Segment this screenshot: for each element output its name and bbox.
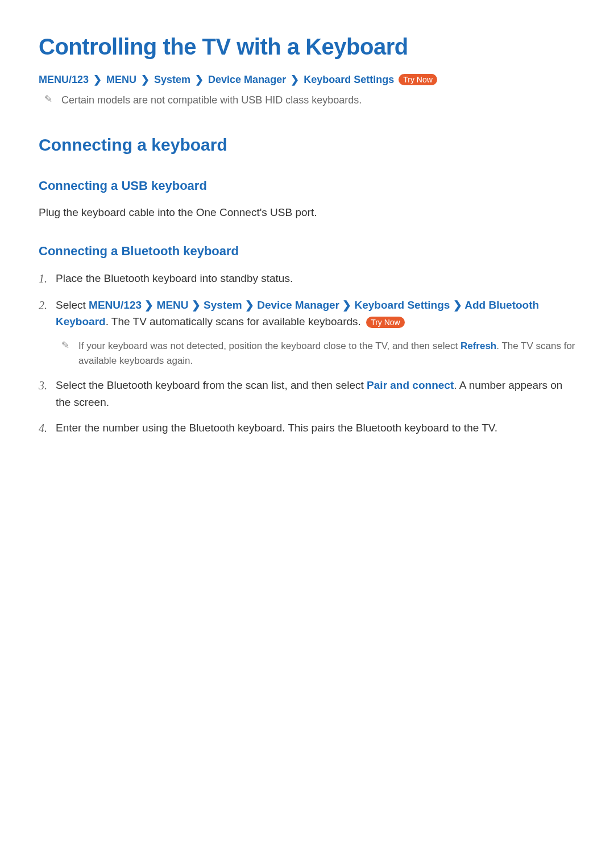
body-text: Plug the keyboard cable into the One Con… [39,205,575,221]
step-text: . The TV automatically scans for availab… [106,315,364,327]
chevron-right-icon: ❯ [291,73,299,86]
note: ✎ If your keyboard was not detected, pos… [61,339,575,368]
sub-heading-usb: Connecting a USB keyboard [39,178,575,193]
chevron-right-icon: ❯ [192,299,204,311]
breadcrumb-item: System [154,74,190,86]
note-text: Certain models are not compatible with U… [61,93,362,108]
breadcrumb-item: Device Manager [257,299,339,311]
pencil-icon: ✎ [44,93,52,106]
breadcrumb-item: MENU [157,299,189,311]
pair-connect-highlight: Pair and connect [367,379,454,391]
note-text-part: If your keyboard was not detected, posit… [78,340,460,351]
breadcrumb-item: MENU/123 [39,74,89,86]
step-text: Select [56,299,89,311]
sub-heading-bluetooth: Connecting a Bluetooth keyboard [39,244,575,259]
step-item: 4. Enter the number using the Bluetooth … [39,420,575,437]
breadcrumb-item: System [204,299,242,311]
section-heading: Connecting a keyboard [39,135,575,155]
chevron-right-icon: ❯ [342,299,354,311]
try-now-button[interactable]: Try Now [399,74,437,85]
chevron-right-icon: ❯ [141,73,150,86]
step-content: Select MENU/123 ❯ MENU ❯ System ❯ Device… [56,297,575,368]
step-content: Place the Bluetooth keyboard into standb… [56,270,575,286]
steps-list: 1. Place the Bluetooth keyboard into sta… [39,270,575,438]
step-number: 2. [39,297,56,314]
note-text: If your keyboard was not detected, posit… [78,339,575,368]
chevron-right-icon: ❯ [144,299,156,311]
chevron-right-icon: ❯ [195,73,204,86]
step-number: 3. [39,377,56,394]
step-item: 2. Select MENU/123 ❯ MENU ❯ System ❯ Dev… [39,297,575,368]
step-content: Select the Bluetooth keyboard from the s… [56,377,575,410]
step-item: 1. Place the Bluetooth keyboard into sta… [39,270,575,288]
step-text: Select the Bluetooth keyboard from the s… [56,379,367,391]
breadcrumb-item: Keyboard Settings [355,299,450,311]
chevron-right-icon: ❯ [245,299,257,311]
chevron-right-icon: ❯ [93,73,102,86]
note: ✎ Certain models are not compatible with… [44,93,575,108]
chevron-right-icon: ❯ [453,299,465,311]
breadcrumb-item: MENU/123 [89,299,142,311]
breadcrumb: MENU/123 ❯ MENU ❯ System ❯ Device Manage… [39,73,575,86]
pencil-icon: ✎ [61,339,69,352]
step-content: Enter the number using the Bluetooth key… [56,420,575,436]
try-now-button[interactable]: Try Now [366,317,405,328]
breadcrumb-item: MENU [106,74,136,86]
breadcrumb-item: Keyboard Settings [304,74,394,86]
refresh-highlight: Refresh [460,340,496,351]
page-title: Controlling the TV with a Keyboard [39,34,575,60]
step-number: 1. [39,270,56,288]
step-number: 4. [39,420,56,437]
step-item: 3. Select the Bluetooth keyboard from th… [39,377,575,410]
breadcrumb-item: Device Manager [208,74,286,86]
